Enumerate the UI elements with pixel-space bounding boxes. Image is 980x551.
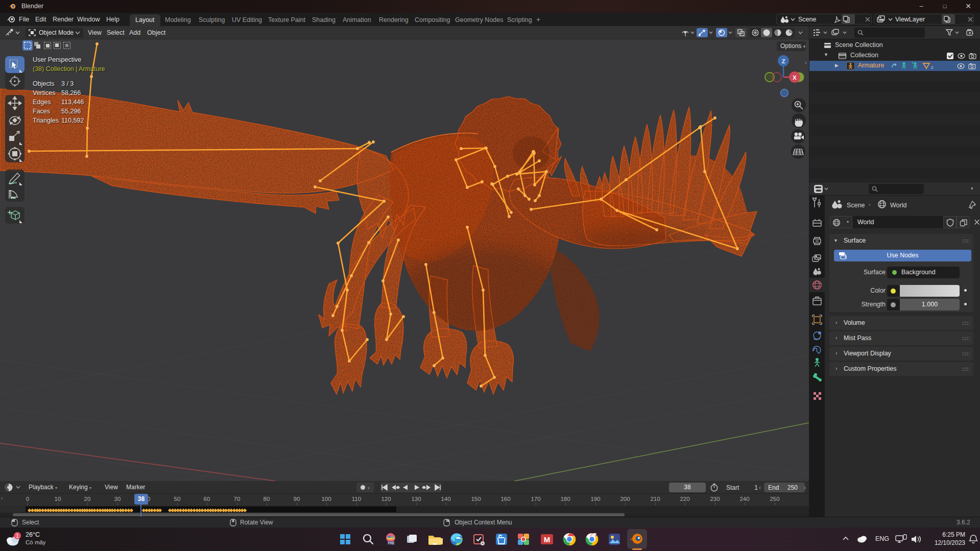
svg-text:1: 1 xyxy=(16,533,19,539)
svg-text:PRE: PRE xyxy=(388,541,395,545)
svg-text:X: X xyxy=(793,75,797,81)
svg-text:2: 2 xyxy=(931,65,934,70)
svg-text:Z: Z xyxy=(782,58,785,64)
svg-text:M: M xyxy=(544,535,551,544)
